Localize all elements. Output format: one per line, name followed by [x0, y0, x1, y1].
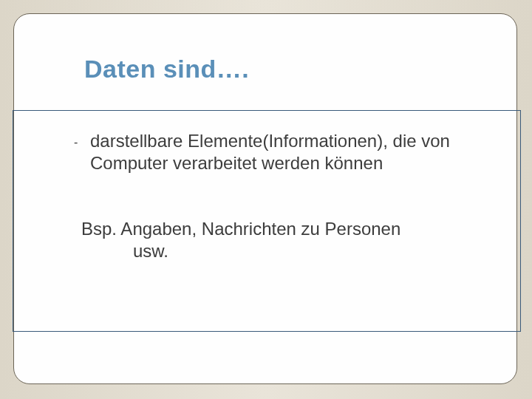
- bullet-item: - darstellbare Elemente(Informationen), …: [74, 130, 495, 174]
- slide-background: Daten sind…. - darstellbare Elemente(Inf…: [0, 0, 532, 399]
- bullet-marker: -: [74, 136, 78, 149]
- content-box: - darstellbare Elemente(Informationen), …: [13, 110, 521, 332]
- bullet-text: darstellbare Elemente(Informationen), di…: [90, 130, 495, 174]
- slide-title: Daten sind….: [84, 55, 249, 83]
- example-line2: usw.: [133, 240, 502, 262]
- example-text: Bsp. Angaben, Nachrichten zu Personen us…: [81, 218, 502, 262]
- slide-frame: Daten sind…. - darstellbare Elemente(Inf…: [13, 13, 517, 384]
- example-line1: Bsp. Angaben, Nachrichten zu Personen: [81, 219, 400, 239]
